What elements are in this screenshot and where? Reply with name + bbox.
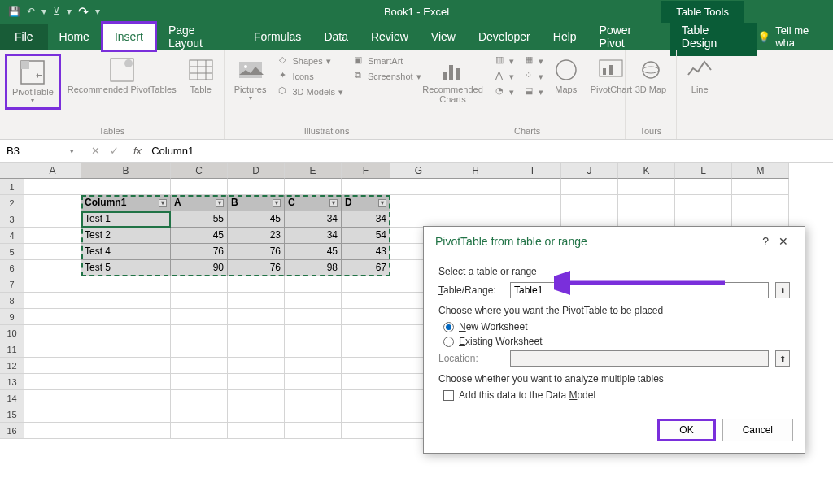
row-header[interactable]: 12 [0, 358, 24, 374]
row-header[interactable]: 14 [0, 390, 24, 406]
cell[interactable] [228, 390, 285, 406]
column-header[interactable]: I [504, 163, 561, 179]
shapes-button[interactable]: ◇Shapes ▾ [273, 54, 347, 68]
undo-icon[interactable]: ↶ [27, 6, 35, 17]
tab-review[interactable]: Review [360, 24, 420, 50]
cell[interactable] [171, 325, 228, 341]
cell[interactable] [285, 406, 342, 423]
cell[interactable] [285, 374, 342, 390]
cell[interactable] [504, 179, 561, 195]
cell[interactable] [285, 390, 342, 406]
recommended-pivottables-button[interactable]: Recommended PivotTables [63, 54, 181, 98]
cell[interactable] [24, 341, 81, 358]
cell[interactable]: 45 [228, 211, 285, 228]
cell[interactable] [285, 423, 342, 439]
cell[interactable] [81, 179, 171, 195]
cell[interactable] [342, 179, 390, 195]
cell[interactable]: 23 [228, 228, 285, 244]
cell[interactable] [228, 179, 285, 195]
column-header[interactable]: K [618, 163, 675, 179]
cell[interactable]: 76 [228, 260, 285, 276]
cell[interactable] [24, 374, 81, 390]
enter-icon[interactable]: ✓ [105, 145, 124, 157]
pivottable-button[interactable]: PivotTable ▾ [5, 54, 61, 110]
tell-me-search[interactable]: 💡 Tell me wha [757, 24, 833, 49]
row-header[interactable]: 16 [0, 423, 24, 439]
row-header[interactable]: 11 [0, 341, 24, 358]
column-header[interactable]: D [228, 163, 285, 179]
screenshot-button[interactable]: ⧉Screenshot ▾ [348, 69, 425, 84]
cell[interactable] [285, 341, 342, 358]
cell[interactable] [504, 195, 561, 211]
collapse-dialog-icon[interactable]: ⬆ [775, 350, 790, 367]
chart-icon[interactable]: ⊻ [53, 6, 60, 17]
column-header[interactable]: J [561, 163, 618, 179]
cell[interactable] [285, 358, 342, 374]
filter-dropdown-icon[interactable]: ▾ [329, 199, 338, 207]
cell[interactable] [171, 341, 228, 358]
cell[interactable]: 55 [171, 211, 228, 228]
select-all-corner[interactable] [0, 163, 24, 179]
recommended-charts-button[interactable]: Recommended Charts [417, 54, 488, 107]
cell[interactable] [342, 325, 390, 341]
name-box[interactable]: B3 ▾ [0, 141, 81, 160]
cell[interactable] [618, 195, 675, 211]
row-header[interactable]: 13 [0, 374, 24, 390]
chevron-down-icon[interactable]: ▾ [67, 6, 72, 17]
tab-file[interactable]: File [0, 24, 48, 50]
row-header[interactable]: 4 [0, 228, 24, 244]
cell[interactable] [228, 406, 285, 423]
cell[interactable] [24, 260, 81, 276]
cell[interactable]: 45 [171, 228, 228, 244]
existing-worksheet-radio[interactable]: Existing Worksheet [443, 336, 790, 347]
cell[interactable] [447, 195, 504, 211]
row-header[interactable]: 1 [0, 179, 24, 195]
cell[interactable] [228, 341, 285, 358]
cell[interactable] [285, 325, 342, 341]
smartart-button[interactable]: ▣SmartArt [348, 54, 425, 68]
cell[interactable] [447, 179, 504, 195]
collapse-dialog-icon[interactable]: ⬆ [775, 282, 790, 298]
row-header[interactable]: 9 [0, 309, 24, 325]
3d-models-button[interactable]: ⬡3D Models ▾ [273, 85, 347, 99]
cell[interactable] [171, 374, 228, 390]
new-worksheet-radio[interactable]: New Worksheet [443, 321, 790, 332]
cell[interactable] [171, 179, 228, 195]
cell[interactable] [732, 211, 789, 228]
cell[interactable] [675, 179, 732, 195]
cell[interactable] [24, 228, 81, 244]
cell[interactable] [561, 179, 618, 195]
cell[interactable] [342, 341, 390, 358]
cell[interactable] [81, 276, 171, 293]
cell[interactable] [390, 179, 447, 195]
cell[interactable]: 76 [171, 244, 228, 260]
column-header[interactable]: C [171, 163, 228, 179]
cell[interactable] [81, 374, 171, 390]
cell[interactable] [561, 211, 618, 228]
column-header[interactable]: A [24, 163, 81, 179]
cell[interactable] [24, 211, 81, 228]
close-icon[interactable]: ✕ [774, 235, 793, 248]
icons-button[interactable]: ✦Icons [273, 69, 347, 84]
cell[interactable] [342, 309, 390, 325]
column-header[interactable]: E [285, 163, 342, 179]
cell[interactable] [561, 195, 618, 211]
chevron-down-icon[interactable]: ▾ [41, 6, 46, 17]
cell[interactable] [81, 390, 171, 406]
pictures-button[interactable]: Pictures ▾ [229, 54, 272, 105]
cell[interactable] [24, 358, 81, 374]
cell[interactable] [171, 390, 228, 406]
hierarchy-chart-button[interactable]: ▦▾ [519, 54, 547, 68]
cell[interactable]: 34 [285, 228, 342, 244]
cell[interactable]: 90 [171, 260, 228, 276]
cell[interactable] [24, 179, 81, 195]
column-header[interactable]: H [447, 163, 504, 179]
sparkline-line-button[interactable]: Line [682, 54, 717, 98]
formula-input[interactable] [146, 141, 833, 160]
row-header[interactable]: 3 [0, 211, 24, 228]
tab-data[interactable]: Data [312, 24, 360, 50]
cancel-icon[interactable]: ✕ [86, 145, 105, 157]
tab-home[interactable]: Home [48, 24, 101, 50]
row-header[interactable]: 2 [0, 195, 24, 211]
filter-dropdown-icon[interactable]: ▾ [378, 199, 386, 207]
